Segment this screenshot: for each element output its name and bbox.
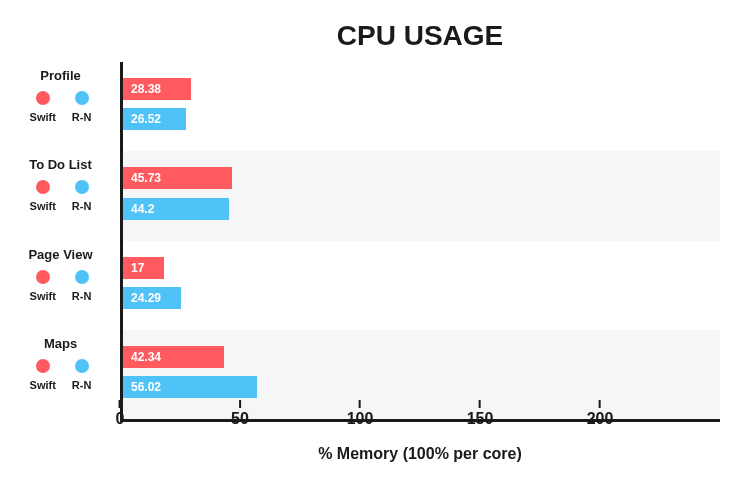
chart-row: Page ViewSwiftR-N1724.29 (123, 241, 720, 330)
legend: SwiftR-N (3, 359, 118, 393)
category-label: Page View (3, 247, 118, 262)
chart-row: MapsSwiftR-N42.3456.02 (123, 330, 720, 419)
y-label-block: To Do ListSwiftR-N (3, 151, 118, 240)
x-tick-label: 200 (587, 410, 614, 428)
legend-item: Swift (30, 270, 56, 304)
legend-dot-icon (75, 180, 89, 194)
legend-item: R-N (72, 180, 92, 214)
legend-dot-icon (75, 91, 89, 105)
legend-dot-icon (36, 91, 50, 105)
x-tick: 50 (231, 410, 249, 428)
legend-item: Swift (30, 91, 56, 125)
chart-title: CPU USAGE (0, 20, 720, 52)
legend-item: Swift (30, 180, 56, 214)
chart-row: ProfileSwiftR-N28.3826.52 (123, 62, 720, 151)
legend-label: Swift (30, 111, 56, 123)
category-label: Profile (3, 68, 118, 83)
bar-swift: 28.38 (123, 78, 191, 100)
x-tick-label: 0 (116, 410, 125, 428)
x-tick-mark (359, 400, 361, 408)
x-tick-label: 150 (467, 410, 494, 428)
legend-label: R-N (72, 111, 92, 123)
legend-label: Swift (30, 290, 56, 302)
legend-label: R-N (72, 290, 92, 302)
category-label: Maps (3, 336, 118, 351)
x-tick-mark (239, 400, 241, 408)
bar-swift: 42.34 (123, 346, 224, 368)
x-tick: 200 (587, 410, 614, 428)
bar-swift: 45.73 (123, 167, 232, 189)
legend-item: R-N (72, 270, 92, 304)
x-tick: 150 (467, 410, 494, 428)
bar-rn: 26.52 (123, 108, 186, 130)
legend-item: R-N (72, 91, 92, 125)
bar-rn: 56.02 (123, 376, 257, 398)
legend-dot-icon (75, 359, 89, 373)
y-label-block: ProfileSwiftR-N (3, 62, 118, 151)
bar-rn: 24.29 (123, 287, 181, 309)
legend-dot-icon (36, 359, 50, 373)
x-tick-label: 50 (231, 410, 249, 428)
legend-dot-icon (75, 270, 89, 284)
x-tick-mark (119, 400, 121, 408)
legend: SwiftR-N (3, 180, 118, 214)
cpu-usage-chart: CPU USAGE ProfileSwiftR-N28.3826.52To Do… (0, 0, 750, 500)
legend-label: Swift (30, 379, 56, 391)
category-label: To Do List (3, 157, 118, 172)
chart-rows: ProfileSwiftR-N28.3826.52To Do ListSwift… (123, 62, 720, 419)
bar-rn: 44.2 (123, 198, 229, 220)
legend-item: R-N (72, 359, 92, 393)
plot-area: ProfileSwiftR-N28.3826.52To Do ListSwift… (120, 62, 720, 422)
legend-item: Swift (30, 359, 56, 393)
legend-label: R-N (72, 200, 92, 212)
y-label-block: MapsSwiftR-N (3, 330, 118, 419)
x-axis-ticks: 050100150200 (120, 410, 720, 450)
bar-swift: 17 (123, 257, 164, 279)
chart-row: To Do ListSwiftR-N45.7344.2 (123, 151, 720, 240)
legend-dot-icon (36, 180, 50, 194)
x-axis-label: % Memory (100% per core) (120, 445, 720, 463)
x-tick: 0 (116, 410, 125, 428)
legend: SwiftR-N (3, 270, 118, 304)
y-label-block: Page ViewSwiftR-N (3, 241, 118, 330)
legend-dot-icon (36, 270, 50, 284)
x-tick-label: 100 (347, 410, 374, 428)
legend: SwiftR-N (3, 91, 118, 125)
x-tick-mark (479, 400, 481, 408)
x-tick-mark (599, 400, 601, 408)
legend-label: R-N (72, 379, 92, 391)
legend-label: Swift (30, 200, 56, 212)
x-tick: 100 (347, 410, 374, 428)
